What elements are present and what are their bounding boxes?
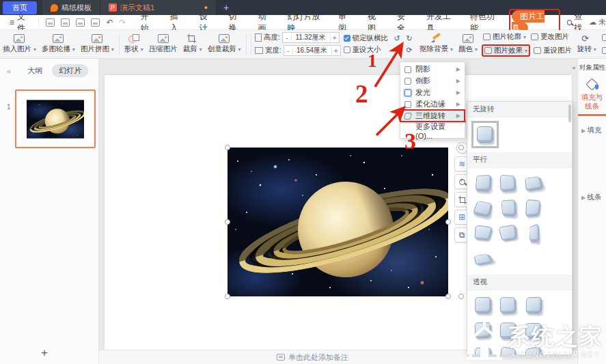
rotation-preset-平行-3[interactable] [522,171,545,195]
collapse-panel-icon[interactable]: « [7,67,11,75]
rotation-preset-透视-2[interactable] [497,294,520,317]
undo-icon[interactable]: ↶ [106,18,113,27]
rotation-preset-透视-4[interactable] [471,319,495,342]
toolbar-button-创意裁剪[interactable]: 创意裁剪 ▾ [205,33,244,55]
sidebar-title[interactable]: 对象属性▾ [579,59,605,72]
output-icon[interactable] [61,18,70,27]
picture-effect-group: 图片轮廓▾更改图片图片效果▾重设图片 [482,31,573,57]
rotation-preset-无旋转-1[interactable] [471,121,499,148]
rotation-preset-透视-1[interactable] [471,294,495,317]
tab-outline[interactable]: 大纲 [27,66,42,76]
resize-handle-sw[interactable] [225,294,230,299]
resize-handle-e[interactable] [445,219,451,225]
tab-slides[interactable]: 幻灯片 [52,64,88,77]
menu-item-柔化边缘[interactable]: 柔化边缘▶ [400,98,465,110]
resize-handle-s[interactable] [458,294,464,299]
rotation-preset-平行-4[interactable] [471,197,495,220]
step-number-3: 3 [404,128,416,154]
group-button[interactable]: 组合▾ [601,32,606,43]
rotation-preset-平行-6[interactable] [522,197,545,220]
panel-scrollbar[interactable] [568,104,571,122]
lock-aspect-checkbox[interactable]: 锁定纵横比 [344,33,389,43]
print-icon[interactable] [76,18,85,27]
rotation-preset-平行-5[interactable] [497,197,520,220]
toolbar-button-裁剪[interactable]: 裁剪 ▾ [180,33,205,55]
rotation-preset-平行-10[interactable] [471,247,495,270]
slide-thumbnail[interactable] [15,89,96,148]
toolbar-button-形状[interactable]: 形状 ▾ [122,33,146,55]
pic-icon [14,34,25,43]
aspect-group: 锁定纵横比 重设大小 [344,33,389,55]
rotation-preset-透视-9[interactable] [522,344,545,355]
menu-item-倒影[interactable]: 倒影▶ [400,75,465,87]
rotate-icon: ⟳ [581,34,592,43]
rotate-quick-icon[interactable]: ⟲ [391,45,402,55]
save-icon[interactable] [46,18,55,27]
preset-grid-透视 [467,290,572,355]
resize-handle-w[interactable] [225,219,230,225]
color-button[interactable]: 颜色 ▾ [456,33,480,55]
fill-bucket-icon [586,79,598,89]
lock-aspect-label: 锁定纵横比 [353,33,389,43]
unsaved-dot: ● [204,4,208,11]
remove-background-button[interactable]: 抠除背景 ▾ [417,33,456,55]
resize-handle-nw[interactable] [225,145,230,150]
preset-grid-平行 [467,168,572,275]
rotate-quick-icon[interactable]: ↺ [391,33,402,44]
redo-icon[interactable]: ↷ [119,18,126,27]
resize-handle-se[interactable] [445,294,451,299]
cloud-sync-status[interactable]: ☁ 未 [589,17,606,27]
docer-flame-icon [51,4,58,12]
ribbon-toolbar: 插入图片 ▾多图轮播 ▾图片拼图 ▾形状 ▾压缩图片裁剪 ▾创意裁剪 ▾ 高度:… [0,30,606,59]
rotation-preset-平行-1[interactable] [471,171,495,195]
menu-item-发光[interactable]: 发光▶ [400,87,465,98]
rotation-preset-平行-9[interactable] [522,222,545,245]
toolbar-button-图片效果[interactable]: 图片效果▾ [482,44,530,57]
rotation-preset-透视-8[interactable] [497,344,520,355]
width-stepper[interactable]: - 16.54厘米 + [284,45,341,56]
resize-handle-n[interactable] [458,145,464,150]
height-value[interactable]: 11.32厘米 [292,33,330,42]
更改图片-icon [531,33,538,40]
height-stepper[interactable]: - 11.32厘米 + [282,32,340,43]
toolbar-button-更改图片[interactable]: 更改图片 [529,31,570,42]
rotation-preset-透视-5[interactable] [497,319,520,342]
print-preview-icon[interactable] [91,18,100,27]
toolbar-button-插入图片[interactable]: 插入图片 ▾ [0,33,39,55]
toolbar-button-压缩图片[interactable]: 压缩图片 [146,33,180,55]
width-plus-button[interactable]: + [331,47,340,55]
align-button[interactable]: 对齐▾ [601,45,606,56]
width-minus-button[interactable]: - [284,47,293,55]
rotate-button[interactable]: ⟳ 旋转 ▾ [575,33,599,55]
rotate-quick-icon[interactable]: ⟳ [404,45,415,55]
toolbar-button-图片轮廓[interactable]: 图片轮廓▾ [482,31,527,42]
tab-template[interactable]: 稿纸模板 [42,0,100,15]
menu-item-阴影[interactable]: 阴影▶ [400,64,465,75]
section-line[interactable]: ▶线条 [578,183,606,202]
height-minus-button[interactable]: - [283,34,292,42]
height-plus-button[interactable]: + [330,34,339,42]
add-slide-button[interactable]: + [41,346,48,360]
saturn-picture[interactable] [228,148,448,296]
notes-icon [277,354,285,361]
sidebar-collapse-icon[interactable]: ◂ [572,64,575,71]
toolbar-button-多图轮播[interactable]: 多图轮播 ▾ [39,33,78,55]
rotation-preset-透视-6[interactable] [522,319,545,342]
rotation-preset-平行-7[interactable] [471,222,495,245]
color-picture-icon [463,34,473,43]
rotation-preset-平行-2[interactable] [497,171,520,195]
toolbar-button-图片拼图[interactable]: 图片拼图 ▾ [78,33,117,55]
rotation-preset-平行-8[interactable] [497,222,520,245]
shape-icon [128,34,139,43]
reset-size-button[interactable]: 重设大小 [344,45,389,55]
toolbar-button-重设图片[interactable]: 重设图片 [532,45,573,56]
menu-item-三维旋转[interactable]: 三维旋转▶ [400,110,465,122]
checkbox-checked-icon [344,35,350,42]
rotation-preset-透视-3[interactable] [522,294,545,317]
section-fill[interactable]: ▶填充 [578,116,606,135]
width-value[interactable]: 16.54厘米 [293,46,331,55]
quick-access-toolbar: ↶ ↷ [38,18,133,27]
rotate-quick-icon[interactable]: ↻ [404,33,415,44]
rotation-preset-透视-7[interactable] [471,344,495,355]
tab-fill-and-line[interactable]: 填充与线条 [578,92,606,116]
